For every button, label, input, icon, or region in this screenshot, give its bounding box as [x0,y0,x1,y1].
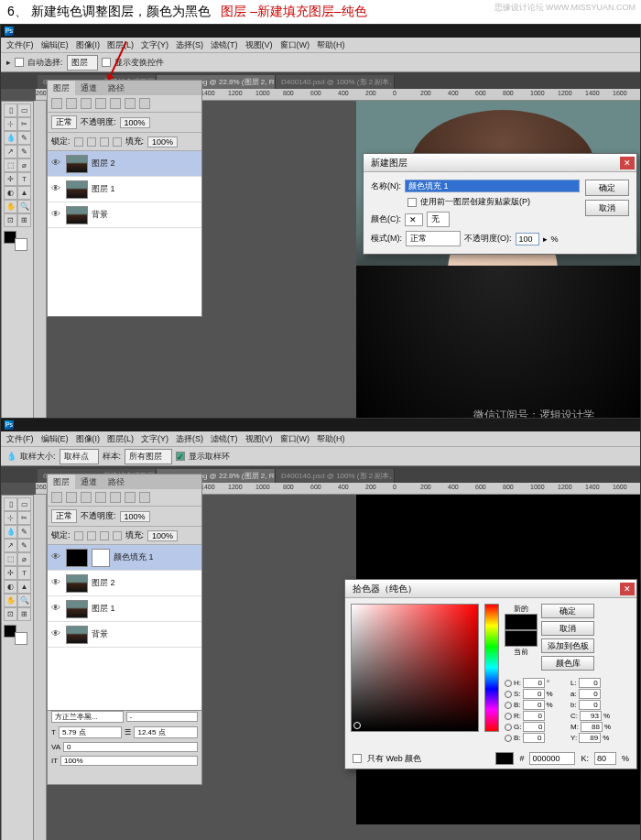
layer-item[interactable]: 👁图层 1 [48,177,201,202]
visibility-icon[interactable]: 👁 [49,628,62,641]
dialog-titlebar[interactable]: 拾色器（纯色） ✕ [345,580,636,598]
ruler-vertical[interactable] [34,495,47,840]
cancel-button[interactable]: 取消 [541,621,594,636]
document-tab[interactable]: D400140.psd @ 100% (形 2 副本, RGB/8) * [276,469,395,483]
layer-thumbnail[interactable] [66,206,88,224]
color-value-input[interactable] [579,678,601,688]
visibility-icon[interactable]: 👁 [49,577,62,590]
toolbox[interactable]: ▯▭⊹✂💧✎↗✎⬚⌀✢T◐▲✋🔍⊡⊞ [1,101,34,431]
layer-item[interactable]: 👁背景 [48,202,201,228]
color-value-input[interactable] [579,700,601,710]
font-size[interactable]: 5.79 点 [59,726,123,738]
visibility-icon[interactable]: 👁 [49,183,62,196]
panel-tab[interactable]: 通道 [75,81,103,95]
layer-mask[interactable] [92,549,110,567]
tool-button[interactable]: ▲ [17,580,31,594]
panel-tabs[interactable]: 图层通道路径 [48,81,201,95]
color-value-input[interactable] [580,711,602,721]
menu-item[interactable]: 视图(V) [245,433,273,445]
cancel-button[interactable]: 取消 [585,200,629,216]
tool-button[interactable]: ⊡ [4,213,17,227]
fill-field[interactable]: 100% [147,136,178,147]
dialog-titlebar[interactable]: 新建图层 ✕ [364,154,636,172]
tool-button[interactable]: ▲ [17,186,31,200]
menu-item[interactable]: 编辑(E) [41,433,69,445]
tool-button[interactable]: ⬚ [4,552,17,566]
opacity-input[interactable] [516,233,539,245]
close-icon[interactable]: ✕ [620,157,635,169]
tool-button[interactable]: ▯ [4,104,17,117]
layers-panel[interactable]: 图层通道路径 正常 不透明度: 100% 锁定: 填充: 100% 👁颜色填充 … [47,474,202,711]
tool-button[interactable]: T [17,172,31,186]
panel-tab[interactable]: 图层 [48,81,75,95]
k-input[interactable] [594,752,616,765]
ok-button[interactable]: 确定 [585,180,629,196]
new-layer-dialog[interactable]: 新建图层 ✕ 名称(N): 使用前一图层创建剪贴蒙版(P) 颜色(C): ✕ 无 [363,153,637,255]
opacity-field[interactable]: 100% [120,511,150,522]
hue-slider[interactable] [484,604,499,732]
menubar[interactable]: 文件(F)编辑(E)图像(I)图层(L)文字(Y)选择(S)滤镜(T)视图(V)… [1,38,640,52]
tool-button[interactable]: ✋ [4,594,17,607]
opacity-field[interactable]: 100% [120,117,150,128]
layer-list[interactable]: 👁颜色填充 1👁图层 2👁图层 1👁背景 [48,545,201,710]
tool-button[interactable]: ▯ [4,497,17,511]
menu-item[interactable]: 视图(V) [245,39,273,51]
color-value-input[interactable] [581,722,603,732]
visibility-icon[interactable]: 👁 [49,209,62,222]
layer-name[interactable]: 背景 [92,209,108,221]
menu-item[interactable]: 滤镜(T) [211,433,238,445]
menu-item[interactable]: 编辑(E) [41,39,69,51]
menu-item[interactable]: 选择(S) [176,39,203,51]
ruler-vertical[interactable] [34,101,47,431]
layers-panel[interactable]: 图层通道路径 正常 不透明度: 100% 锁定: 填充: 100% 👁图层 2👁… [47,80,202,317]
tool-button[interactable]: ⬚ [4,158,17,172]
auto-select-dropdown[interactable]: 图层 [67,55,98,71]
show-ring-checkbox[interactable]: ✓ [176,452,185,461]
color-mode-radio[interactable] [505,702,512,709]
layer-name[interactable]: 图层 1 [92,603,115,615]
menu-item[interactable]: 窗口(W) [280,433,310,445]
tool-button[interactable]: ✎ [17,145,31,158]
sample-size-dropdown[interactable]: 取样点 [60,449,99,464]
tool-button[interactable]: ✎ [17,525,31,539]
visibility-icon[interactable]: 👁 [49,158,62,170]
tracking[interactable]: 0 [63,742,198,752]
color-mode-radio[interactable] [505,724,512,731]
tool-button[interactable]: ◐ [4,186,17,200]
tool-button[interactable]: ▭ [17,497,31,511]
blend-mode-dropdown[interactable]: 正常 [51,509,77,523]
tool-button[interactable]: ↗ [4,145,17,158]
tool-button[interactable]: 💧 [4,131,17,145]
tool-button[interactable]: ⌀ [17,552,31,566]
tool-button[interactable]: ⊹ [4,511,17,525]
menu-item[interactable]: 选择(S) [176,433,203,445]
close-icon[interactable]: ✕ [620,583,635,595]
panel-tab[interactable]: 路径 [103,81,130,95]
mode-dropdown[interactable]: 正常 [406,231,461,246]
color-value-input[interactable] [523,722,545,732]
ok-button[interactable]: 确定 [541,604,594,618]
panel-tabs[interactable]: 图层通道路径 [48,475,201,489]
menu-item[interactable]: 窗口(W) [280,39,310,51]
color-lib-button[interactable]: 颜色库 [541,656,594,671]
layer-name[interactable]: 图层 2 [92,577,115,589]
panel-tab[interactable]: 图层 [48,475,75,489]
background-color[interactable] [15,632,27,645]
layer-item[interactable]: 👁图层 2 [48,151,201,177]
tool-button[interactable]: ⊡ [4,607,17,621]
hex-input[interactable] [529,752,575,765]
layer-item[interactable]: 👁颜色填充 1 [48,545,201,571]
options-bar[interactable]: 💧 取样大小: 取样点 样本: 所有图层 ✓ 显示取样环 [1,446,640,466]
layer-name[interactable]: 图层 1 [92,183,115,195]
color-mode-radio[interactable] [505,713,512,720]
color-dropdown[interactable]: 无 [427,212,450,227]
tool-button[interactable]: 🔍 [17,594,31,607]
visibility-icon[interactable]: 👁 [49,551,62,564]
menu-item[interactable]: 文件(F) [6,433,34,445]
layer-thumbnail[interactable] [66,600,88,618]
tool-button[interactable]: T [17,566,31,580]
tool-button[interactable]: ✂ [17,511,31,525]
visibility-icon[interactable]: 👁 [49,603,62,616]
tool-button[interactable]: ✂ [17,117,31,131]
layer-thumbnail[interactable] [66,155,88,173]
